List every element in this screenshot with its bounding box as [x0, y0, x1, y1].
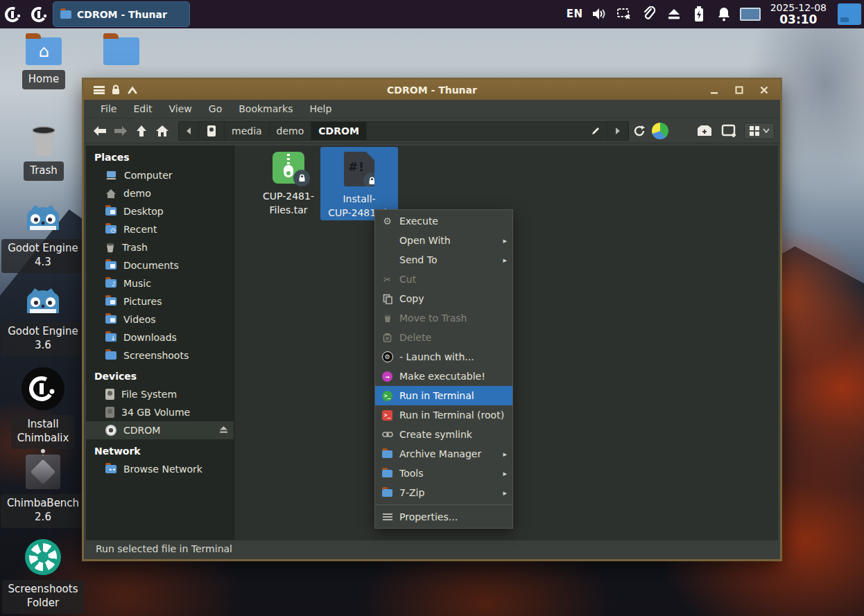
forward-button[interactable] [110, 121, 131, 141]
home-folder-icon: ⌂ [26, 37, 62, 65]
taskbar-window-button[interactable]: CDROM - Thunar [53, 1, 190, 27]
menu-item-7zip[interactable]: 7-Zip ▸ [375, 483, 512, 502]
eject-icon[interactable] [665, 5, 683, 23]
menu-item-run-in-terminal[interactable]: >_ Run in Terminal [375, 386, 512, 405]
desktop-icon-install-chimbalix[interactable]: InstallChimbalix [10, 367, 76, 449]
menu-item-archive-manager[interactable]: Archive Manager ▸ [375, 444, 512, 464]
menu-view[interactable]: View [162, 101, 199, 116]
menu-item-properties[interactable]: Properties... [375, 507, 512, 527]
minimize-button[interactable] [705, 82, 723, 98]
desktop-icon-folder[interactable] [101, 37, 141, 65]
display-disconnected-icon[interactable] [615, 5, 633, 23]
sidebar-item-browse-network[interactable]: •• Browse Network [86, 460, 234, 478]
window-menu-button[interactable] [91, 82, 107, 98]
pathbar-scroll-right-button[interactable] [608, 122, 628, 140]
menu-item-send-to[interactable]: Send To ▸ [375, 250, 512, 270]
desktop-icon-chimbabench[interactable]: ChimbaBench2.6 [6, 455, 80, 528]
readonly-lock-icon [107, 82, 124, 98]
sidebar-item-music[interactable]: ♪ Music [86, 274, 234, 292]
pathbar-segment-demo[interactable]: demo [270, 122, 312, 140]
desktop-icon-screenshoots-folder[interactable]: ScreenshootsFolder [6, 539, 80, 614]
pathbar-filesystem-button[interactable] [199, 122, 225, 140]
sidebar-item-trash[interactable]: Trash [86, 238, 234, 256]
folder-icon [103, 37, 139, 65]
sidebar-item-cdrom[interactable]: CDROM [86, 421, 234, 439]
sidebar-item-videos[interactable]: Videos [86, 310, 234, 328]
delete-icon [381, 332, 393, 344]
new-tab-button[interactable] [719, 121, 740, 141]
back-button[interactable] [89, 121, 110, 141]
menu-edit[interactable]: Edit [126, 101, 159, 116]
desktop-icon-godot-3-6[interactable]: Godot Engine3.6 [7, 285, 79, 356]
sidebar-item-desktop[interactable]: Desktop [86, 202, 234, 220]
desktop-icon-trash[interactable]: Trash [21, 123, 67, 181]
menu-file[interactable]: File [94, 101, 123, 116]
file-cup-2481-files-tar[interactable]: CUP-2481-Files.tar [250, 147, 327, 218]
submenu-arrow-icon: ▸ [503, 450, 507, 459]
pathbar-empty-space[interactable] [367, 122, 584, 140]
volume-icon[interactable] [590, 5, 608, 23]
menu-item-execute[interactable]: ⚙ Execute [375, 211, 512, 231]
split-view-button[interactable] [694, 121, 715, 141]
up-chevron-icon[interactable] [124, 82, 141, 98]
desktop-icon-home[interactable]: ⌂ Home [19, 37, 68, 89]
menu-item-copy[interactable]: Copy [375, 289, 512, 308]
sidebar-item-recent[interactable]: ◷ Recent [86, 220, 234, 238]
system-tray: EN 2025-12-08 03:10 [567, 2, 864, 27]
reload-button[interactable] [629, 121, 650, 141]
sidebar-item-computer[interactable]: Computer [86, 166, 234, 184]
sidebar-item-downloads[interactable]: ↓ Downloads [86, 328, 234, 346]
keyboard-layout-indicator[interactable]: EN [567, 8, 583, 20]
menu-bookmarks[interactable]: Bookmarks [232, 101, 300, 116]
window-title: CDROM - Thunar [84, 85, 780, 96]
sidebar-item-file-system[interactable]: File System [86, 385, 234, 403]
desktop-icon-label: ChimbaBench2.6 [1, 494, 85, 528]
submenu-arrow-icon: ▸ [503, 236, 507, 245]
symlink-chain-icon [381, 429, 393, 441]
menu-item-make-executable[interactable]: → Make executable! [375, 367, 512, 386]
menu-item-open-with[interactable]: Open With ▸ [375, 231, 512, 250]
menu-help[interactable]: Help [302, 101, 338, 116]
terminal-icon: >_ [381, 390, 393, 402]
notifications-bell-icon[interactable] [715, 5, 733, 23]
workspace-pager[interactable] [740, 8, 761, 21]
up-button[interactable] [131, 121, 152, 141]
clock[interactable]: 2025-12-08 03:10 [768, 2, 829, 27]
menu-go[interactable]: Go [202, 101, 229, 116]
eject-icon[interactable] [219, 425, 228, 436]
context-menu: ⚙ Execute Open With ▸ Send To ▸ ✂ Cut Co… [374, 209, 513, 529]
sidebar-item-34gb-volume[interactable]: 34 GB Volume [86, 403, 234, 421]
desktop-icon-godot-4-3[interactable]: Godot Engine4.3 [7, 202, 79, 273]
chimbalix-logo-icon [4, 6, 22, 24]
close-button[interactable] [755, 82, 773, 98]
applications-menu-button[interactable] [0, 0, 26, 28]
show-desktop-button[interactable] [838, 3, 861, 25]
pathbar-edit-button[interactable] [584, 122, 608, 140]
sidebar-item-demo[interactable]: demo [86, 184, 234, 202]
sidebar-item-screenshoots[interactable]: Screenshoots [86, 346, 234, 364]
menu-item-run-in-terminal-root[interactable]: >_ Run in Terminal (root) [375, 405, 512, 425]
menu-item-launch-with[interactable]: ⚙ - Launch with... [375, 347, 512, 367]
trash-icon [105, 242, 115, 253]
maximize-button[interactable] [730, 82, 748, 98]
desktop-icon-label: Home [22, 70, 65, 89]
taskbar-window-label: CDROM - Thunar [77, 9, 167, 20]
menu-item-create-symlink[interactable]: Create symlink [375, 425, 512, 444]
pathbar-segment-media[interactable]: media [225, 122, 270, 140]
free-space-pie-icon[interactable] [650, 121, 671, 141]
pathbar-segment-cdrom[interactable]: CDROM [311, 122, 367, 140]
pathbar-scroll-left-button[interactable] [179, 122, 199, 140]
network-folder-icon: •• [105, 465, 116, 473]
secondary-menu-button[interactable] [26, 0, 53, 28]
properties-lines-icon [381, 511, 393, 523]
harddrive-icon [105, 407, 114, 418]
make-executable-icon: → [381, 371, 393, 382]
sidebar-item-documents[interactable]: Documents [86, 256, 234, 274]
sidebar-item-pictures[interactable]: Pictures [86, 292, 234, 310]
battery-icon[interactable] [690, 5, 708, 23]
menu-item-tools[interactable]: Tools ▸ [375, 464, 512, 483]
window-titlebar[interactable]: CDROM - Thunar [84, 80, 780, 100]
view-switcher-button[interactable] [744, 123, 775, 139]
attachment-icon[interactable] [640, 5, 658, 23]
home-button[interactable] [152, 121, 173, 141]
